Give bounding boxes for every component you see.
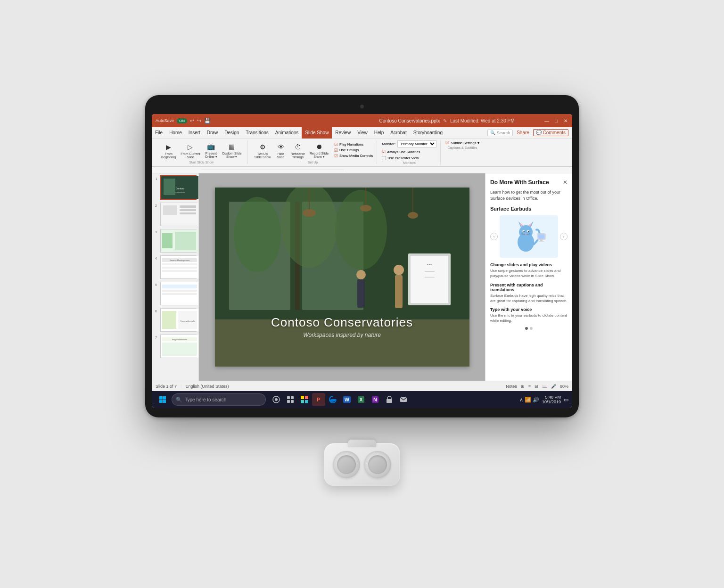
subtitle-settings-checkbox[interactable]: ☑ Subtitle Settings ▾ bbox=[445, 140, 479, 145]
restore-button[interactable]: □ bbox=[553, 118, 559, 123]
hide-slide-button[interactable]: 👁 HideSlide bbox=[274, 141, 288, 160]
taskbar-time[interactable]: 5:40 PM 10/1/2019 bbox=[542, 395, 561, 404]
slide-thumbnail-7: Enjoy the kitchenette bbox=[161, 335, 198, 358]
slide-thumb-3[interactable]: 3 bbox=[160, 229, 197, 253]
earbuds-case bbox=[324, 443, 400, 486]
svg-rect-72 bbox=[539, 241, 544, 242]
multitask-button[interactable] bbox=[284, 393, 297, 406]
reading-view-icon[interactable]: 📖 bbox=[542, 384, 547, 389]
carousel-next-button[interactable]: › bbox=[560, 233, 568, 240]
tablet-screen: AutoSave ON ↩ ↪ 💾 Contoso Conservatories… bbox=[152, 114, 572, 408]
slide-thumb-6[interactable]: 6 Focus at the cafe bbox=[160, 308, 197, 332]
record-button[interactable]: ⏺ Record SlideShow ▾ bbox=[308, 140, 330, 160]
taskbar-search[interactable]: 🔍 Type here to search bbox=[172, 393, 266, 406]
present-online-button[interactable]: 📺 PresentOnline ▾ bbox=[203, 140, 219, 160]
status-bar-right: Notes ⊞ ≡ ⊟ 📖 🎤 80% bbox=[506, 384, 568, 389]
always-subtitles-checkbox[interactable]: ☑ Always Use Subtitles bbox=[382, 149, 420, 154]
custom-slideshow-button[interactable]: ▦ Custom SlideShow ▾ bbox=[220, 140, 244, 160]
chevron-up-icon[interactable]: ∧ bbox=[519, 397, 523, 403]
slide-thumbnail-1: Contoso Conservatories bbox=[161, 176, 199, 199]
from-current-icon: ▷ bbox=[185, 142, 196, 152]
menu-file[interactable]: File bbox=[152, 127, 166, 139]
start-button[interactable] bbox=[156, 392, 170, 407]
menu-draw[interactable]: Draw bbox=[204, 127, 221, 139]
menu-animations[interactable]: Animations bbox=[272, 127, 302, 139]
powerpoint-taskbar-app[interactable]: P bbox=[312, 393, 325, 406]
windows-logo bbox=[159, 396, 166, 403]
show-desktop-button[interactable]: ▭ bbox=[564, 397, 568, 403]
menu-home[interactable]: Home bbox=[166, 127, 185, 139]
edge-icon bbox=[329, 395, 337, 404]
normal-view-icon[interactable]: ⊞ bbox=[521, 384, 525, 389]
carousel-prev-button[interactable]: ‹ bbox=[490, 233, 498, 240]
from-beginning-button[interactable]: ▶ FromBeginning bbox=[159, 141, 178, 160]
side-panel-close-button[interactable]: ✕ bbox=[563, 179, 568, 186]
taskview-button[interactable] bbox=[270, 393, 283, 406]
rehearse-button[interactable]: ⏱ RehearseTimings bbox=[289, 141, 307, 160]
setup-slideshow-button[interactable]: ⚙ Set UpSlide Show bbox=[253, 141, 273, 160]
menu-design[interactable]: Design bbox=[221, 127, 242, 139]
menu-transitions[interactable]: Transitions bbox=[242, 127, 272, 139]
word-app[interactable]: W bbox=[340, 393, 354, 406]
svg-text:Contoso: Contoso bbox=[176, 187, 185, 190]
mail-app[interactable] bbox=[397, 393, 410, 406]
menu-slideshow[interactable]: Slide Show bbox=[302, 127, 332, 139]
redo-icon[interactable]: ↪ bbox=[197, 118, 201, 124]
autosave-label: AutoSave bbox=[156, 118, 174, 123]
menu-storyboarding[interactable]: Storyboarding bbox=[410, 127, 446, 139]
share-button[interactable]: Share bbox=[517, 130, 529, 135]
camera-bar bbox=[152, 102, 572, 111]
files-app[interactable] bbox=[298, 393, 311, 406]
use-timings-checkbox[interactable]: ☑ Use Timings bbox=[334, 148, 373, 153]
network-icon[interactable]: 📶 bbox=[525, 397, 531, 403]
slide-thumb-2[interactable]: 2 bbox=[160, 203, 197, 226]
svg-rect-80 bbox=[305, 396, 308, 399]
svg-rect-7 bbox=[180, 209, 196, 211]
store-app[interactable] bbox=[383, 393, 396, 406]
onenote-app[interactable]: N bbox=[369, 393, 382, 406]
minimize-button[interactable]: — bbox=[544, 118, 550, 123]
from-current-button[interactable]: ▷ From CurrentSlide bbox=[179, 141, 202, 160]
slide-background: ●●● ━━━━━━━ ━━━━━━━ Contoso Conservatori… bbox=[215, 188, 469, 367]
presenter-view-icon[interactable]: 🎤 bbox=[551, 384, 556, 389]
present-online-icon: 📺 bbox=[206, 141, 216, 152]
carousel-dot-2[interactable] bbox=[530, 327, 533, 330]
menu-acrobat[interactable]: Acrobat bbox=[387, 127, 410, 139]
slide-scene-svg: ●●● ━━━━━━━ ━━━━━━━ bbox=[215, 188, 469, 367]
slide-thumb-7[interactable]: 7 Enjoy the kitchenette bbox=[160, 335, 197, 358]
rehearse-icon: ⏱ bbox=[293, 142, 303, 152]
mail-icon bbox=[400, 396, 407, 403]
close-button[interactable]: ✕ bbox=[563, 118, 568, 123]
svg-point-63 bbox=[528, 231, 529, 232]
autosave-toggle[interactable]: ON bbox=[177, 118, 187, 123]
slide-thumb-5[interactable]: 5 bbox=[160, 282, 197, 305]
notes-button[interactable]: Notes bbox=[506, 384, 517, 389]
ribbon-group-captions: ☑ Subtitle Settings ▾ Captions & Subtitl… bbox=[442, 140, 483, 149]
save-icon[interactable]: 💾 bbox=[204, 118, 211, 124]
menu-search-box[interactable]: 🔍 Search bbox=[487, 130, 513, 136]
menu-bar-left: File Home Insert Draw Design Transitions… bbox=[152, 127, 446, 139]
main-slide[interactable]: ●●● ━━━━━━━ ━━━━━━━ Contoso Conservatori… bbox=[215, 188, 469, 367]
excel-app[interactable]: X bbox=[354, 393, 368, 406]
slide-thumb-1[interactable]: 1 Contoso Conservatories bbox=[160, 175, 197, 200]
menu-view[interactable]: View bbox=[354, 127, 371, 139]
presenter-view-checkbox[interactable]: Use Presenter View bbox=[382, 156, 419, 160]
volume-icon[interactable]: 🔊 bbox=[533, 397, 539, 403]
outline-view-icon[interactable]: ≡ bbox=[528, 384, 531, 389]
ribbon-groups: ▶ FromBeginning ▷ From CurrentSlide 📺 Pr… bbox=[156, 140, 568, 164]
ribbon-setup-items: ⚙ Set UpSlide Show 👁 HideSlide ⏱ Rehears… bbox=[253, 140, 373, 160]
show-media-checkbox[interactable]: ☑ Show Media Controls bbox=[334, 154, 373, 158]
slidesorter-icon[interactable]: ⊟ bbox=[535, 384, 538, 389]
menu-insert[interactable]: Insert bbox=[185, 127, 204, 139]
play-narrations-checkbox[interactable]: ☑ Play Narrations bbox=[334, 142, 373, 147]
carousel-dot-1[interactable] bbox=[525, 327, 528, 330]
edge-app[interactable] bbox=[326, 393, 339, 406]
feature-1-title: Change slides and play videos bbox=[490, 262, 568, 267]
taskview-icon bbox=[272, 396, 280, 403]
menu-review[interactable]: Review bbox=[332, 127, 354, 139]
slide-thumb-4[interactable]: 4 Reserve Meeting rooms bbox=[160, 255, 197, 279]
undo-icon[interactable]: ↩ bbox=[190, 118, 194, 124]
comments-button[interactable]: 💬 Comments bbox=[533, 129, 568, 136]
menu-help[interactable]: Help bbox=[371, 127, 387, 139]
monitor-select[interactable]: Primary Monitor bbox=[397, 140, 436, 147]
